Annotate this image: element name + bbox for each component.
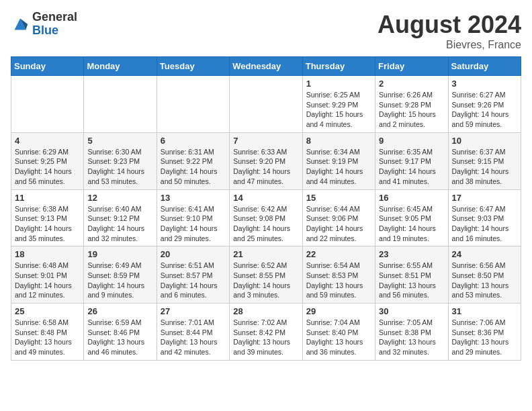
day-number: 31 (452, 306, 517, 316)
location-subtitle: Bievres, France (378, 39, 521, 51)
day-info: Sunrise: 7:06 AM Sunset: 8:36 PM Dayligh… (452, 318, 517, 357)
day-info: Sunrise: 6:30 AM Sunset: 9:23 PM Dayligh… (87, 147, 152, 187)
day-number: 27 (161, 306, 226, 316)
day-number: 21 (233, 249, 298, 259)
table-row: 24Sunrise: 6:56 AM Sunset: 8:50 PM Dayli… (448, 246, 521, 304)
day-number: 20 (161, 249, 226, 259)
table-row (11, 76, 84, 133)
header-saturday: Saturday (448, 57, 521, 76)
table-row: 12Sunrise: 6:40 AM Sunset: 9:12 PM Dayli… (84, 189, 157, 246)
table-row: 10Sunrise: 6:37 AM Sunset: 9:15 PM Dayli… (448, 132, 521, 189)
day-info: Sunrise: 6:52 AM Sunset: 8:55 PM Dayligh… (233, 261, 298, 300)
calendar-week-row: 25Sunrise: 6:58 AM Sunset: 8:48 PM Dayli… (11, 304, 521, 361)
day-info: Sunrise: 6:51 AM Sunset: 8:57 PM Dayligh… (161, 261, 226, 300)
day-info: Sunrise: 6:38 AM Sunset: 9:13 PM Dayligh… (15, 204, 80, 244)
day-number: 4 (15, 136, 80, 146)
calendar-week-row: 11Sunrise: 6:38 AM Sunset: 9:13 PM Dayli… (11, 189, 521, 246)
header-tuesday: Tuesday (157, 57, 229, 76)
day-number: 8 (306, 136, 371, 146)
day-info: Sunrise: 6:26 AM Sunset: 9:28 PM Dayligh… (379, 90, 444, 130)
logo-text: General Blue (32, 11, 77, 38)
table-row: 6Sunrise: 6:31 AM Sunset: 9:22 PM Daylig… (157, 132, 229, 189)
table-row: 25Sunrise: 6:58 AM Sunset: 8:48 PM Dayli… (11, 304, 84, 361)
day-number: 16 (379, 193, 444, 203)
day-number: 10 (452, 136, 517, 146)
day-info: Sunrise: 6:25 AM Sunset: 9:29 PM Dayligh… (306, 90, 371, 130)
table-row: 16Sunrise: 6:45 AM Sunset: 9:05 PM Dayli… (375, 189, 448, 246)
table-row (157, 76, 229, 133)
calendar-table: Sunday Monday Tuesday Wednesday Thursday… (11, 56, 521, 361)
day-number: 22 (306, 249, 371, 259)
table-row: 9Sunrise: 6:35 AM Sunset: 9:17 PM Daylig… (375, 132, 448, 189)
calendar-week-row: 18Sunrise: 6:48 AM Sunset: 9:01 PM Dayli… (11, 246, 521, 304)
day-info: Sunrise: 6:29 AM Sunset: 9:25 PM Dayligh… (15, 147, 80, 187)
table-row: 8Sunrise: 6:34 AM Sunset: 9:19 PM Daylig… (302, 132, 375, 189)
day-number: 1 (306, 79, 371, 89)
day-number: 23 (379, 249, 444, 259)
header-sunday: Sunday (11, 57, 84, 76)
logo-blue-text: Blue (32, 24, 77, 38)
day-info: Sunrise: 6:40 AM Sunset: 9:12 PM Dayligh… (87, 204, 152, 244)
header-thursday: Thursday (302, 57, 375, 76)
day-info: Sunrise: 6:37 AM Sunset: 9:15 PM Dayligh… (452, 147, 517, 187)
day-number: 17 (452, 193, 517, 203)
day-info: Sunrise: 6:49 AM Sunset: 8:59 PM Dayligh… (87, 261, 152, 300)
day-number: 14 (233, 193, 298, 203)
day-number: 12 (87, 193, 152, 203)
table-row: 2Sunrise: 6:26 AM Sunset: 9:28 PM Daylig… (375, 76, 448, 133)
day-number: 7 (233, 136, 298, 146)
day-info: Sunrise: 7:05 AM Sunset: 8:38 PM Dayligh… (379, 318, 444, 357)
calendar-header-row: Sunday Monday Tuesday Wednesday Thursday… (11, 57, 521, 76)
table-row: 23Sunrise: 6:55 AM Sunset: 8:51 PM Dayli… (375, 246, 448, 304)
table-row: 21Sunrise: 6:52 AM Sunset: 8:55 PM Dayli… (230, 246, 302, 304)
calendar-week-row: 4Sunrise: 6:29 AM Sunset: 9:25 PM Daylig… (11, 132, 521, 189)
day-info: Sunrise: 6:42 AM Sunset: 9:08 PM Dayligh… (233, 204, 298, 244)
table-row: 13Sunrise: 6:41 AM Sunset: 9:10 PM Dayli… (157, 189, 229, 246)
day-info: Sunrise: 6:35 AM Sunset: 9:17 PM Dayligh… (379, 147, 444, 187)
table-row (84, 76, 157, 133)
calendar-week-row: 1Sunrise: 6:25 AM Sunset: 9:29 PM Daylig… (11, 76, 521, 133)
day-number: 19 (87, 249, 152, 259)
table-row: 14Sunrise: 6:42 AM Sunset: 9:08 PM Dayli… (230, 189, 302, 246)
table-row: 5Sunrise: 6:30 AM Sunset: 9:23 PM Daylig… (84, 132, 157, 189)
table-row: 15Sunrise: 6:44 AM Sunset: 9:06 PM Dayli… (302, 189, 375, 246)
month-year-title: August 2024 (378, 11, 521, 39)
day-number: 3 (452, 79, 517, 89)
day-number: 24 (452, 249, 517, 259)
day-number: 28 (233, 306, 298, 316)
day-number: 9 (379, 136, 444, 146)
day-info: Sunrise: 6:56 AM Sunset: 8:50 PM Dayligh… (452, 261, 517, 300)
day-info: Sunrise: 6:41 AM Sunset: 9:10 PM Dayligh… (161, 204, 226, 244)
day-number: 15 (306, 193, 371, 203)
day-info: Sunrise: 6:54 AM Sunset: 8:53 PM Dayligh… (306, 261, 371, 300)
day-info: Sunrise: 6:55 AM Sunset: 8:51 PM Dayligh… (379, 261, 444, 300)
day-info: Sunrise: 6:34 AM Sunset: 9:19 PM Dayligh… (306, 147, 371, 187)
day-number: 5 (87, 136, 152, 146)
table-row: 19Sunrise: 6:49 AM Sunset: 8:59 PM Dayli… (84, 246, 157, 304)
table-row: 31Sunrise: 7:06 AM Sunset: 8:36 PM Dayli… (448, 304, 521, 361)
table-row: 20Sunrise: 6:51 AM Sunset: 8:57 PM Dayli… (157, 246, 229, 304)
header-friday: Friday (375, 57, 448, 76)
table-row: 11Sunrise: 6:38 AM Sunset: 9:13 PM Dayli… (11, 189, 84, 246)
table-row: 29Sunrise: 7:04 AM Sunset: 8:40 PM Dayli… (302, 304, 375, 361)
day-info: Sunrise: 7:01 AM Sunset: 8:44 PM Dayligh… (161, 318, 226, 357)
table-row: 30Sunrise: 7:05 AM Sunset: 8:38 PM Dayli… (375, 304, 448, 361)
day-info: Sunrise: 6:59 AM Sunset: 8:46 PM Dayligh… (87, 318, 152, 357)
page-header: General Blue August 2024 Bievres, France (11, 11, 521, 51)
day-number: 18 (15, 249, 80, 259)
day-info: Sunrise: 6:58 AM Sunset: 8:48 PM Dayligh… (15, 318, 80, 357)
table-row: 26Sunrise: 6:59 AM Sunset: 8:46 PM Dayli… (84, 304, 157, 361)
header-wednesday: Wednesday (230, 57, 302, 76)
day-info: Sunrise: 6:45 AM Sunset: 9:05 PM Dayligh… (379, 204, 444, 244)
logo: General Blue (11, 11, 77, 38)
day-number: 13 (161, 193, 226, 203)
day-info: Sunrise: 6:33 AM Sunset: 9:20 PM Dayligh… (233, 147, 298, 187)
day-info: Sunrise: 6:48 AM Sunset: 9:01 PM Dayligh… (15, 261, 80, 300)
header-monday: Monday (84, 57, 157, 76)
day-number: 26 (87, 306, 152, 316)
day-info: Sunrise: 7:02 AM Sunset: 8:42 PM Dayligh… (233, 318, 298, 357)
table-row: 17Sunrise: 6:47 AM Sunset: 9:03 PM Dayli… (448, 189, 521, 246)
day-info: Sunrise: 6:47 AM Sunset: 9:03 PM Dayligh… (452, 204, 517, 244)
table-row (230, 76, 302, 133)
day-number: 29 (306, 306, 371, 316)
